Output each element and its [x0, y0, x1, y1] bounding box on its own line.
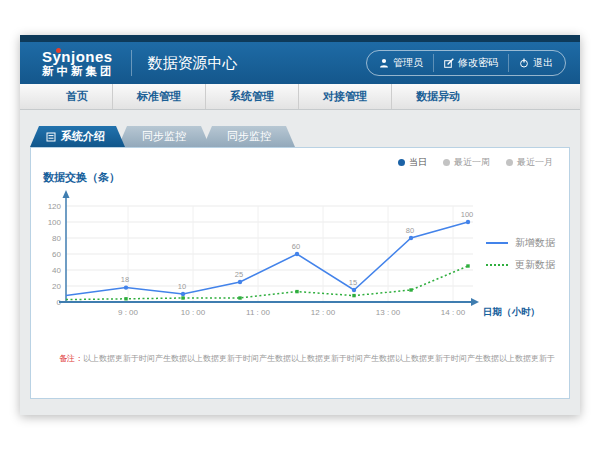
- y-tick-label: 120: [48, 202, 62, 211]
- app-header: Synjones 新中新集团 数据资源中心 管理员 修改密码: [20, 42, 580, 84]
- data-point: [352, 294, 355, 297]
- radio-dot-icon: [398, 159, 405, 166]
- user-button[interactable]: 管理员: [369, 54, 433, 72]
- tab-label: 同步监控: [227, 126, 271, 147]
- nav-item-data-changes[interactable]: 数据异动: [391, 84, 484, 109]
- logo-text: Synjones: [42, 49, 115, 65]
- data-point: [181, 296, 184, 299]
- data-point: [409, 288, 412, 291]
- change-password-button[interactable]: 修改密码: [433, 54, 508, 72]
- tab-label: 系统介绍: [61, 126, 105, 147]
- footnote-prefix: 备注：: [59, 354, 83, 363]
- x-tick-label: 10 : 00: [181, 308, 206, 317]
- data-point: [181, 292, 185, 296]
- legend-item-new-data: 新增数据: [486, 236, 555, 250]
- content-panel: 当日 最近一周 最近一月 数据交换（条） 0204060801001209 : …: [30, 147, 570, 399]
- data-point: [466, 264, 469, 267]
- data-point-label: 10: [178, 282, 186, 291]
- y-tick-label: 100: [48, 218, 62, 227]
- data-point: [295, 252, 299, 256]
- power-icon: [519, 58, 529, 68]
- data-point-label: 18: [121, 275, 129, 284]
- user-label: 管理员: [393, 56, 423, 70]
- tab-sync-monitor-2[interactable]: 同步监控: [203, 126, 295, 147]
- chart-y-axis-title: 数据交换（条）: [43, 170, 120, 185]
- data-point-label: 100: [461, 210, 474, 219]
- logout-button[interactable]: 退出: [508, 54, 563, 72]
- data-point-label: 60: [292, 242, 300, 251]
- chart-legend: 新增数据 更新数据: [486, 236, 555, 280]
- chart-x-axis-title: 日期（小时）: [483, 306, 540, 318]
- tab-sync-monitor-1[interactable]: 同步监控: [118, 126, 210, 147]
- app-window: Synjones 新中新集团 数据资源中心 管理员 修改密码: [20, 35, 580, 415]
- legend-label: 新增数据: [515, 236, 555, 250]
- user-menu: 管理员 修改密码 退出: [366, 50, 566, 76]
- logout-label: 退出: [533, 56, 553, 70]
- document-icon: [46, 132, 56, 142]
- data-point: [409, 236, 413, 240]
- y-tick-label: 20: [52, 282, 61, 291]
- x-tick-label: 12 : 00: [311, 308, 336, 317]
- radio-last-week[interactable]: 最近一周: [443, 156, 490, 169]
- x-tick-label: 9 : 00: [118, 308, 139, 317]
- data-point-label: 25: [235, 270, 243, 279]
- tab-label: 同步监控: [142, 126, 186, 147]
- radio-label: 最近一周: [454, 156, 490, 169]
- radio-label: 当日: [409, 156, 427, 169]
- legend-swatch-solid-line: [486, 242, 508, 244]
- y-axis-arrow: [63, 190, 70, 198]
- data-point-label: 80: [406, 226, 414, 235]
- nav-item-home[interactable]: 首页: [42, 84, 112, 109]
- time-range-filter: 当日 最近一周 最近一月: [398, 156, 553, 169]
- legend-swatch-dotted-line: [486, 264, 508, 266]
- data-point-label: 15: [349, 278, 357, 287]
- footnote: 备注：以上数据更新于时间产生数据以上数据更新于时间产生数据以上数据更新于时间产生…: [59, 353, 555, 364]
- main-nav: 首页 标准管理 系统管理 对接管理 数据异动: [20, 84, 580, 110]
- nav-item-standards-management[interactable]: 标准管理: [112, 84, 205, 109]
- radio-label: 最近一月: [517, 156, 553, 169]
- data-point: [295, 290, 298, 293]
- legend-label: 更新数据: [515, 258, 555, 272]
- data-point: [352, 288, 356, 292]
- nav-item-integration-management[interactable]: 对接管理: [298, 84, 391, 109]
- x-tick-label: 14 : 00: [441, 308, 466, 317]
- person-icon: [379, 58, 389, 68]
- x-tick-label: 13 : 00: [376, 308, 401, 317]
- data-point: [124, 285, 128, 289]
- top-strip: [20, 35, 580, 42]
- x-axis-arrow: [471, 298, 479, 306]
- nav-item-system-management[interactable]: 系统管理: [205, 84, 298, 109]
- footnote-text: 以上数据更新于时间产生数据以上数据更新于时间产生数据以上数据更新于时间产生数据以…: [83, 354, 555, 363]
- legend-item-updated-data: 更新数据: [486, 258, 555, 272]
- radio-today[interactable]: 当日: [398, 156, 427, 169]
- y-tick-label: 40: [52, 266, 61, 275]
- radio-dot-icon: [506, 159, 513, 166]
- change-password-label: 修改密码: [458, 56, 498, 70]
- radio-dot-icon: [443, 159, 450, 166]
- data-point: [466, 220, 470, 224]
- data-point: [238, 280, 242, 284]
- data-point: [124, 297, 127, 300]
- logo-subtext: 新中新集团: [42, 65, 115, 77]
- content-area: 系统介绍 同步监控 同步监控 当日 最近一周: [20, 110, 580, 399]
- page-title: 数据资源中心: [131, 50, 238, 76]
- edit-icon: [444, 58, 454, 68]
- x-tick-label: 11 : 00: [246, 308, 270, 317]
- y-tick-label: 80: [52, 234, 61, 243]
- brand-logo: Synjones 新中新集团: [42, 49, 115, 77]
- y-tick-label: 60: [52, 250, 61, 259]
- data-point: [238, 296, 241, 299]
- tab-system-intro[interactable]: 系统介绍: [30, 126, 125, 147]
- radio-last-month[interactable]: 最近一月: [506, 156, 553, 169]
- tab-bar: 系统介绍 同步监控 同步监控: [30, 125, 580, 147]
